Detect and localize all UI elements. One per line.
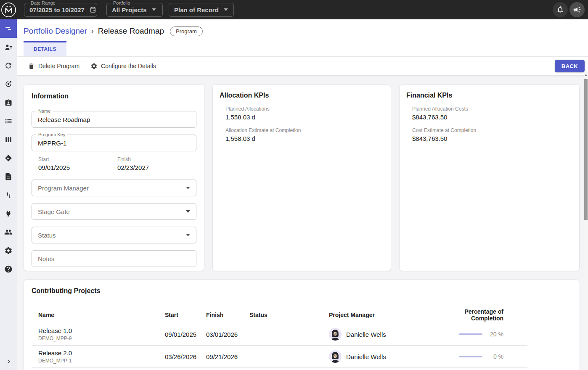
name-field[interactable]: Name Release Roadmap (32, 111, 196, 128)
page-header: Portfolio Designer › Release Roadmap Pro… (17, 19, 588, 57)
plug-icon (5, 210, 12, 217)
avatar (329, 328, 342, 341)
cost-eac-metric: Cost Estimate at Completion $843,763.50 (412, 127, 572, 142)
sidebar-item-help[interactable] (0, 260, 17, 278)
diamond-arrow-icon (4, 154, 13, 162)
scroll-up-arrow-icon[interactable] (585, 74, 587, 76)
date-range-value: 07/2025 to 10/2027 (29, 6, 85, 13)
calendar-icon (90, 6, 96, 13)
chevron-right-icon (5, 359, 11, 365)
content-area: Information Name Release Roadmap Program… (17, 75, 588, 370)
cost-eac-value: $843,763.50 (412, 135, 572, 142)
tab-details[interactable]: DETAILS (24, 41, 66, 56)
notifications-bell-icon (556, 5, 564, 14)
help-icon (4, 265, 13, 273)
columns-icon (4, 135, 13, 144)
column-header-name: Name (32, 312, 165, 318)
plan-of-record-value: Plan of Record (174, 6, 219, 13)
breadcrumb-portfolio-designer-link[interactable]: Portfolio Designer (24, 26, 87, 36)
sidebar-item-resources[interactable] (0, 38, 17, 56)
document-icon (4, 172, 13, 181)
portfolio-label: Portfolio (111, 0, 132, 5)
chevron-down-icon (186, 210, 190, 213)
bullet-list-icon (4, 117, 13, 125)
sidebar-expand-button[interactable] (0, 353, 17, 370)
sidebar-item-goals[interactable] (0, 75, 17, 93)
start-date: Start 09/01/2025 (38, 156, 117, 171)
program-key-field[interactable]: Program Key MPPRG-1 (32, 135, 196, 151)
sidebar-item-roadmap[interactable] (0, 149, 17, 167)
stage-gate-select[interactable]: Stage Gate (32, 203, 196, 220)
status-select[interactable]: Status (32, 227, 196, 243)
chevron-down-icon (152, 8, 156, 11)
portfolio-select[interactable]: Portfolio All Projects (106, 3, 163, 17)
completion-progress-bar (459, 356, 482, 357)
announcements-button[interactable] (569, 2, 585, 17)
table-header-row: Name Start Finish Status Project Manager… (32, 307, 527, 323)
top-bar: Date Range 07/2025 to 10/2027 Portfolio … (0, 0, 588, 19)
completion-percentage: 0 % (490, 353, 503, 360)
allocation-eac-metric: Allocation Estimate at Completion 1,558.… (225, 127, 384, 142)
chevron-down-icon (224, 8, 228, 11)
app-logo[interactable] (0, 2, 17, 18)
date-range-picker[interactable]: Date Range 07/2025 to 10/2027 (24, 3, 97, 17)
program-key-field-label: Program Key (36, 132, 67, 137)
program-manager-placeholder: Program Manager (38, 185, 89, 192)
plan-of-record-select[interactable]: Plan of Record (169, 3, 234, 17)
name-field-label: Name (36, 108, 53, 114)
planned-allocation-costs-metric: Planned Allocation Costs $843,763.50 (412, 106, 572, 121)
notifications-button[interactable] (553, 2, 568, 17)
delete-program-button[interactable]: Delete Program (28, 63, 79, 70)
configure-details-button[interactable]: Configure the Details (90, 63, 156, 70)
project-name[interactable]: Release 2.0 (38, 349, 165, 357)
allocation-eac-label: Allocation Estimate at Completion (225, 127, 384, 133)
start-date-value: 09/01/2025 (38, 164, 117, 171)
column-header-completion: Percentage of Completion (434, 308, 527, 322)
sidebar-item-scenarios[interactable] (0, 56, 17, 75)
sidebar-item-import-export[interactable] (0, 186, 17, 204)
scrollbar-thumb[interactable] (584, 79, 588, 220)
chevron-down-icon (186, 234, 190, 236)
planned-allocations-label: Planned Allocations (225, 106, 384, 112)
sidebar-item-reports[interactable] (0, 167, 17, 186)
project-manager-name: Danielle Wells (346, 331, 386, 338)
finish-date-value: 02/23/2027 (117, 164, 196, 171)
allocation-kpis-title: Allocation KPIs (220, 92, 384, 99)
column-header-status: Status (249, 312, 329, 318)
gantt-bars-icon (4, 24, 13, 33)
sidebar-item-integrations[interactable] (0, 204, 17, 223)
project-manager-name: Danielle Wells (346, 353, 386, 360)
project-finish: 03/01/2026 (206, 331, 249, 338)
page-title: Release Roadmap (98, 26, 164, 36)
financial-kpis-card: Financial KPIs Planned Allocation Costs … (399, 85, 580, 271)
sidebar-item-project-intake[interactable] (0, 93, 17, 112)
planned-allocations-metric: Planned Allocations 1,558.03 d (225, 106, 384, 121)
column-header-start: Start (165, 312, 206, 318)
information-card-title: Information (32, 92, 196, 100)
project-key: DEMO_MPP-1 (38, 358, 165, 364)
status-placeholder: Status (38, 232, 56, 239)
project-start: 09/01/2025 (165, 331, 206, 338)
target-arrow-icon (4, 80, 13, 88)
sidebar-item-project-list[interactable] (0, 112, 17, 130)
sidebar-item-board[interactable] (0, 130, 17, 149)
sidebar-item-users[interactable] (0, 223, 17, 241)
finish-date: Finish 02/23/2027 (117, 156, 196, 171)
sync-circle-icon (4, 61, 13, 70)
table-row[interactable]: Release 2.0 DEMO_MPP-1 03/26/2026 09/21/… (32, 346, 527, 368)
delete-program-label: Delete Program (38, 63, 79, 69)
table-row[interactable]: Release 1.0 DEMO_MPP-9 09/01/2025 03/01/… (32, 323, 527, 346)
breadcrumb: Portfolio Designer › Release Roadmap Pro… (17, 24, 588, 39)
gear-icon (90, 63, 98, 70)
financial-kpis-title: Financial KPIs (406, 92, 572, 99)
notes-field[interactable]: Notes (32, 250, 196, 267)
project-name[interactable]: Release 1.0 (38, 327, 165, 334)
vertical-scrollbar[interactable] (584, 72, 588, 370)
sidebar-item-portfolio-designer[interactable] (0, 19, 17, 38)
completion-percentage: 20 % (490, 331, 503, 338)
back-button[interactable]: BACK (555, 60, 585, 72)
sidebar-item-settings[interactable] (0, 241, 17, 260)
start-date-label: Start (38, 156, 117, 162)
breadcrumb-separator: › (87, 27, 98, 35)
program-manager-select[interactable]: Program Manager (32, 180, 196, 196)
